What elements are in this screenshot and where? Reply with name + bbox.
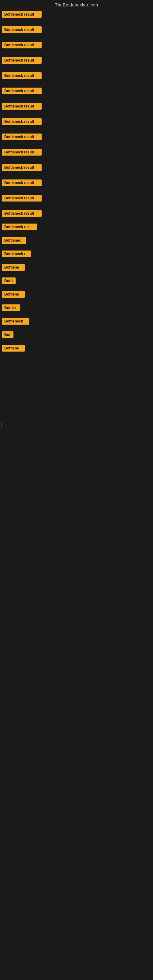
bottleneck-badge: Bottleneck r bbox=[2, 250, 31, 257]
list-item[interactable]: Bottleneck result bbox=[1, 209, 153, 219]
list-item[interactable]: Bottleneck res bbox=[1, 222, 153, 233]
items-container: Bottleneck resultBottleneck resultBottle… bbox=[0, 9, 153, 354]
cursor-indicator: | bbox=[0, 418, 153, 431]
bottleneck-badge: Bottleneck result bbox=[2, 11, 41, 18]
list-item[interactable]: Bottleneck result bbox=[1, 163, 153, 173]
bottleneck-badge: Bottleneck result bbox=[2, 180, 41, 186]
list-item[interactable]: Bottleneck result bbox=[1, 117, 153, 127]
list-item[interactable]: Bottleneck result bbox=[1, 86, 153, 97]
list-item[interactable]: Bottleneck result bbox=[1, 148, 153, 158]
site-title: TheBottlenecker.com bbox=[0, 0, 153, 9]
site-title-container: TheBottlenecker.com bbox=[0, 0, 153, 9]
spacer-section bbox=[0, 357, 153, 418]
bottom-section bbox=[0, 431, 153, 615]
list-item[interactable]: Bottl bbox=[1, 276, 153, 286]
list-item[interactable]: Bottleneck bbox=[1, 317, 153, 327]
bottleneck-badge: Bottleneck bbox=[2, 318, 29, 325]
bottleneck-badge: Bottleneck result bbox=[2, 149, 41, 156]
bottleneck-badge: Bottlene bbox=[2, 345, 25, 352]
list-item[interactable]: Bottleneck result bbox=[1, 194, 153, 204]
bottleneck-badge: Bottlene bbox=[2, 264, 25, 271]
bottleneck-badge: Bottleneck result bbox=[2, 103, 41, 110]
bottleneck-badge: Bottleneck result bbox=[2, 57, 41, 64]
list-item[interactable]: Bottleneck result bbox=[1, 10, 153, 20]
list-item[interactable]: Bottlene bbox=[1, 344, 153, 354]
list-item[interactable]: Bottleneck result bbox=[1, 56, 153, 66]
bottleneck-badge: Bottleneck result bbox=[2, 41, 41, 48]
list-item[interactable]: Bottleneck r bbox=[1, 249, 153, 260]
list-item[interactable]: Bottleneck result bbox=[1, 40, 153, 51]
bottleneck-badge: Bottleneck result bbox=[2, 210, 41, 217]
bottleneck-badge: Bottleneck result bbox=[2, 164, 41, 171]
list-item[interactable]: Bottleneck result bbox=[1, 132, 153, 143]
list-item[interactable]: Bottlene bbox=[1, 290, 153, 300]
bottleneck-badge: Bottleneck result bbox=[2, 26, 41, 33]
bottleneck-badge: Bottler bbox=[2, 304, 20, 311]
bottleneck-badge: Bottleneck result bbox=[2, 88, 41, 94]
bottleneck-badge: Bottleneck result bbox=[2, 134, 41, 140]
bottleneck-badge: Bot bbox=[2, 331, 13, 338]
list-item[interactable]: Bottleneck result bbox=[1, 178, 153, 189]
bottleneck-badge: Bottleneck res bbox=[2, 224, 37, 230]
bottleneck-badge: Bottleneck result bbox=[2, 72, 41, 79]
list-item[interactable]: Bot bbox=[1, 330, 153, 340]
list-item[interactable]: Bottlenec bbox=[1, 236, 153, 246]
list-item[interactable]: Bottleneck result bbox=[1, 102, 153, 112]
list-item[interactable]: Bottleneck result bbox=[1, 25, 153, 35]
bottleneck-badge: Bottlene bbox=[2, 291, 25, 298]
bottleneck-badge: Bottleneck result bbox=[2, 118, 41, 125]
bottleneck-badge: Bottl bbox=[2, 277, 16, 284]
list-item[interactable]: Bottler bbox=[1, 303, 153, 313]
bottleneck-badge: Bottlenec bbox=[2, 237, 26, 244]
list-item[interactable]: Bottleneck result bbox=[1, 71, 153, 81]
list-item[interactable]: Bottlene bbox=[1, 263, 153, 273]
bottleneck-badge: Bottleneck result bbox=[2, 195, 41, 202]
